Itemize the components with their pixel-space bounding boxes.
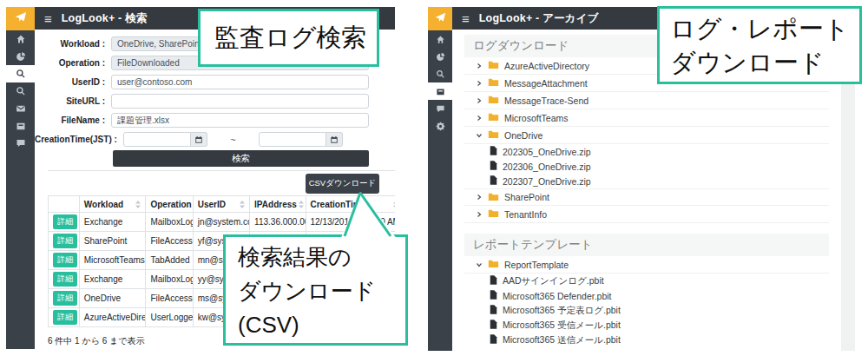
- userid-label: UserID :: [35, 77, 111, 87]
- detail-column-header: [49, 196, 80, 213]
- sidebar-item-reports[interactable]: [428, 48, 452, 65]
- calendar-button[interactable]: [326, 132, 343, 147]
- tree-folder[interactable]: TenantInfo: [464, 206, 829, 223]
- folder-icon: [488, 208, 499, 220]
- report-template-card: レポートテンプレート ReportTemplate AADサインインログ.pbi…: [464, 234, 829, 347]
- tree-label: TenantInfo: [504, 209, 547, 220]
- tree-file[interactable]: AADサインインログ.pbit: [464, 274, 829, 288]
- filename-field[interactable]: [111, 113, 369, 128]
- tree-file[interactable]: 202307_OneDrive.zip: [464, 174, 829, 188]
- folder-icon: [488, 259, 499, 270]
- tree-label: AzureActiveDirectory: [504, 61, 589, 71]
- tree-folder[interactable]: SharePoint: [464, 188, 829, 206]
- app-logo[interactable]: [428, 7, 452, 30]
- chevron-right-icon: [475, 114, 483, 122]
- col-header-userid[interactable]: UserID: [193, 196, 249, 213]
- siteurl-field[interactable]: [111, 94, 369, 109]
- file-icon: [490, 161, 497, 172]
- sort-icon: [299, 201, 304, 208]
- cell-operation: TabAdded: [146, 251, 193, 270]
- tree-label: MessageTrace-Send: [504, 96, 589, 106]
- tree-file[interactable]: Microsoft365 受信メール.pbit: [464, 318, 829, 333]
- envelope-icon: [16, 103, 26, 114]
- workload-label: Workload :: [35, 39, 111, 49]
- sidebar-item-chat[interactable]: [6, 135, 35, 152]
- col-header-workload[interactable]: Workload: [79, 196, 146, 213]
- app-logo[interactable]: [6, 7, 35, 30]
- chat-bubble-icon: [436, 104, 445, 114]
- tree-label: Microsoft365 Defender.pbit: [503, 291, 612, 301]
- search-icon: [436, 69, 445, 79]
- tree-file[interactable]: Microsoft365 予定表ログ.pbit: [464, 303, 829, 318]
- section-divider: [48, 170, 395, 171]
- file-icon: [490, 320, 497, 331]
- tree-label: AADサインインログ.pbit: [503, 275, 604, 287]
- file-icon: [490, 275, 497, 287]
- sidebar-item-archive-active[interactable]: [428, 82, 452, 100]
- calendar-button[interactable]: [191, 132, 207, 147]
- cell-ipaddress: 113.36.000.00: [250, 213, 306, 232]
- right-sidebar: [428, 7, 452, 351]
- results-summary: 6 件中 1 から 6 まで表示: [48, 335, 145, 347]
- annotation-csv-download: 検索結果の ダウンロード (CSV): [223, 234, 408, 346]
- paper-plane-icon: [15, 11, 27, 27]
- hamburger-menu-icon[interactable]: ≡: [44, 12, 52, 25]
- cell-operation: UserLoggedIn: [146, 308, 193, 327]
- folder-icon: [488, 77, 499, 89]
- folder-icon: [488, 129, 499, 141]
- sidebar-item-home[interactable]: [6, 30, 35, 48]
- sidebar-item-chat[interactable]: [428, 100, 452, 117]
- tree-folder[interactable]: MessageTrace-Send: [464, 92, 829, 109]
- tree-label: MessageAttachment: [504, 78, 588, 89]
- file-icon: [490, 334, 497, 346]
- pie-chart-icon: [16, 51, 26, 62]
- paper-plane-icon: [435, 11, 446, 27]
- detail-button[interactable]: 詳細: [53, 214, 77, 229]
- chevron-right-icon: [475, 62, 483, 70]
- cell-operation: MailboxLogin: [146, 213, 193, 232]
- right-page-title: LogLook+ - アーカイブ: [479, 11, 599, 26]
- folder-icon: [488, 112, 499, 123]
- search-button[interactable]: 検索: [113, 150, 369, 167]
- tree-label: MicrosoftTeams: [504, 113, 569, 123]
- annotation-text: ログ・レポート: [670, 12, 859, 46]
- tree-file[interactable]: Microsoft365 送信メール.pbit: [464, 333, 829, 347]
- creationtime-label: CreationTime(JST) :: [35, 135, 123, 144]
- form-row-creationtime: CreationTime(JST) : ~: [35, 132, 395, 147]
- sidebar-item-settings[interactable]: [428, 117, 452, 135]
- col-header-ipaddress[interactable]: IPAddress: [250, 196, 306, 213]
- tree-file[interactable]: 202305_OneDrive.zip: [464, 144, 829, 159]
- hamburger-menu-icon[interactable]: ≡: [462, 12, 470, 25]
- home-icon: [16, 34, 26, 44]
- sidebar-item-reports[interactable]: [6, 48, 35, 65]
- date-from-field[interactable]: [123, 132, 191, 147]
- sidebar-item-search2[interactable]: [6, 82, 35, 100]
- tree-folder-expanded[interactable]: OneDrive: [464, 127, 829, 144]
- detail-button[interactable]: 詳細: [53, 291, 77, 306]
- sidebar-item-mail[interactable]: [6, 100, 35, 117]
- annotation-text: ダウンロード: [670, 46, 859, 80]
- sidebar-item-home[interactable]: [428, 30, 452, 48]
- cell-operation: FileAccessed: [146, 289, 193, 308]
- tree-file[interactable]: Microsoft365 Defender.pbit: [464, 288, 829, 303]
- tree-label: SharePoint: [504, 192, 549, 202]
- scrollbar-track[interactable]: [841, 52, 855, 351]
- userid-field[interactable]: [111, 75, 369, 89]
- tree-folder[interactable]: MicrosoftTeams: [464, 109, 829, 127]
- search-icon: [16, 69, 26, 79]
- range-separator: ~: [207, 135, 259, 145]
- sidebar-item-search[interactable]: [428, 65, 452, 82]
- tree-file[interactable]: 202306_OneDrive.zip: [464, 159, 829, 174]
- col-header-operation[interactable]: Operation: [146, 196, 193, 213]
- tree-label: Microsoft365 予定表ログ.pbit: [503, 305, 621, 317]
- cell-workload: AzureActiveDirectory: [79, 308, 146, 327]
- detail-button[interactable]: 詳細: [53, 234, 77, 248]
- sidebar-item-search-active[interactable]: [6, 65, 35, 82]
- detail-button[interactable]: 詳細: [53, 310, 77, 325]
- detail-button[interactable]: 詳細: [53, 253, 77, 267]
- cell-workload: SharePoint: [79, 232, 146, 251]
- sidebar-item-archive[interactable]: [6, 117, 35, 135]
- detail-button[interactable]: 詳細: [53, 272, 77, 287]
- tree-folder-expanded[interactable]: ReportTemplate: [464, 256, 829, 274]
- date-to-field[interactable]: [259, 132, 326, 147]
